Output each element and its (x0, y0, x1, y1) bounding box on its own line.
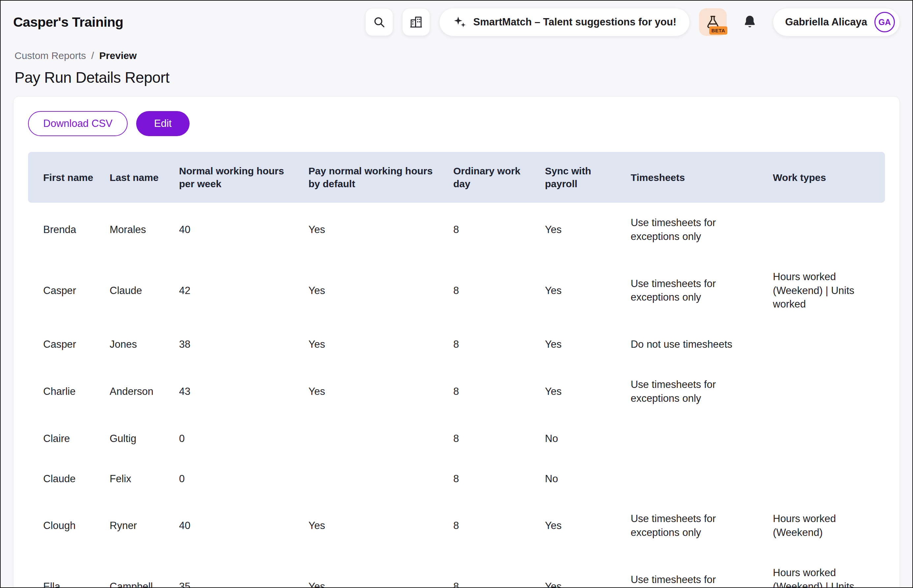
cell-first-name: Charlie (28, 365, 102, 418)
smartmatch-label: SmartMatch – Talent suggestions for you! (473, 16, 676, 28)
cell-normal-hours: 35 (171, 553, 301, 588)
report-toolbar: Download CSV Edit (28, 111, 885, 136)
table-row: CasperJones38Yes8YesDo not use timesheet… (28, 324, 885, 365)
cell-normal-hours: 40 (171, 499, 301, 553)
cell-timesheets (623, 459, 765, 499)
cell-ordinary-day: 8 (446, 257, 537, 325)
beta-badge: BETA (709, 26, 728, 35)
download-csv-button[interactable]: Download CSV (28, 111, 128, 136)
table-row: ClaireGultig08No (28, 418, 885, 459)
cell-work-types: Hours worked (Weekend) (765, 499, 885, 553)
report-table: First nameLast nameNormal working hours … (28, 152, 885, 588)
cell-first-name: Casper (28, 257, 102, 325)
cell-pay-default: Yes (301, 324, 445, 365)
column-header: Timesheets (623, 152, 765, 203)
cell-timesheets: Use timesheets for exceptions only (623, 257, 765, 325)
cell-ordinary-day: 8 (446, 418, 537, 459)
organisation-button[interactable] (402, 8, 430, 36)
cell-timesheets: Use timesheets for exceptions only (623, 365, 765, 418)
cell-work-types: Hours worked (Weekend) | Units worked (765, 553, 885, 588)
app-title: Casper's Training (13, 15, 123, 30)
page-title: Pay Run Details Report (1, 61, 912, 86)
cell-first-name: Clough (28, 499, 102, 553)
column-header: Work types (765, 152, 885, 203)
breadcrumb-custom-reports[interactable]: Custom Reports (15, 50, 86, 61)
cell-sync-payroll: Yes (537, 324, 623, 365)
cell-sync-payroll: No (537, 418, 623, 459)
breadcrumb-separator: / (91, 50, 94, 61)
cell-ordinary-day: 8 (446, 324, 537, 365)
cell-work-types: Hours worked (Weekend) | Units worked (765, 257, 885, 325)
cell-last-name: Jones (102, 324, 171, 365)
cell-last-name: Gultig (102, 418, 171, 459)
table-row: CloughRyner40Yes8YesUse timesheets for e… (28, 499, 885, 553)
cell-sync-payroll: Yes (537, 553, 623, 588)
cell-sync-payroll: Yes (537, 257, 623, 325)
column-header: First name (28, 152, 102, 203)
cell-last-name: Anderson (102, 365, 171, 418)
cell-work-types (765, 418, 885, 459)
cell-pay-default: Yes (301, 203, 445, 257)
cell-first-name: Ella (28, 553, 102, 588)
breadcrumb-preview: Preview (99, 50, 136, 61)
cell-first-name: Casper (28, 324, 102, 365)
bell-icon (742, 15, 757, 30)
labs-button[interactable]: BETA (699, 8, 727, 36)
report-card: Download CSV Edit First nameLast nameNor… (13, 96, 900, 588)
table-row: CasperClaude42Yes8YesUse timesheets for … (28, 257, 885, 325)
screen: Casper's Training (0, 0, 913, 588)
cell-sync-payroll: Yes (537, 499, 623, 553)
table-row: ClaudeFelix08No (28, 459, 885, 499)
avatar: GA (874, 12, 895, 32)
cell-first-name: Claude (28, 459, 102, 499)
cell-normal-hours: 0 (171, 459, 301, 499)
sparkles-icon (453, 15, 467, 29)
cell-normal-hours: 0 (171, 418, 301, 459)
column-header: Ordinary work day (446, 152, 537, 203)
cell-ordinary-day: 8 (446, 203, 537, 257)
cell-timesheets: Use timesheets for exceptions only (623, 499, 765, 553)
user-name: Gabriella Alicaya (785, 16, 867, 28)
cell-timesheets: Do not use timesheets (623, 324, 765, 365)
user-menu-button[interactable]: Gabriella Alicaya GA (773, 8, 900, 36)
cell-ordinary-day: 8 (446, 499, 537, 553)
cell-timesheets: Use timesheets for exceptions only (623, 203, 765, 257)
cell-work-types (765, 365, 885, 418)
cell-pay-default: Yes (301, 499, 445, 553)
cell-last-name: Claude (102, 257, 171, 325)
cell-timesheets: Use timesheets for exceptions only (623, 553, 765, 588)
cell-pay-default (301, 459, 445, 499)
cell-sync-payroll: Yes (537, 203, 623, 257)
table-row: EllaCampbell35Yes8YesUse timesheets for … (28, 553, 885, 588)
cell-pay-default: Yes (301, 257, 445, 325)
column-header: Sync with payroll (537, 152, 623, 203)
search-button[interactable] (365, 8, 393, 36)
cell-work-types (765, 459, 885, 499)
cell-timesheets (623, 418, 765, 459)
table-header-row: First nameLast nameNormal working hours … (28, 152, 885, 203)
cell-pay-default: Yes (301, 365, 445, 418)
cell-normal-hours: 42 (171, 257, 301, 325)
notifications-button[interactable] (736, 8, 764, 36)
buildings-icon (409, 16, 423, 29)
cell-pay-default (301, 418, 445, 459)
cell-sync-payroll: No (537, 459, 623, 499)
cell-normal-hours: 38 (171, 324, 301, 365)
smartmatch-button[interactable]: SmartMatch – Talent suggestions for you! (439, 8, 690, 36)
cell-first-name: Claire (28, 418, 102, 459)
edit-button[interactable]: Edit (136, 111, 189, 136)
column-header: Last name (102, 152, 171, 203)
table-row: BrendaMorales40Yes8YesUse timesheets for… (28, 203, 885, 257)
cell-work-types (765, 203, 885, 257)
cell-work-types (765, 324, 885, 365)
cell-last-name: Campbell (102, 553, 171, 588)
cell-ordinary-day: 8 (446, 459, 537, 499)
cell-ordinary-day: 8 (446, 365, 537, 418)
breadcrumb: Custom Reports / Preview (1, 42, 912, 61)
cell-first-name: Brenda (28, 203, 102, 257)
cell-normal-hours: 40 (171, 203, 301, 257)
cell-sync-payroll: Yes (537, 365, 623, 418)
report-table-body: BrendaMorales40Yes8YesUse timesheets for… (28, 203, 885, 588)
cell-last-name: Morales (102, 203, 171, 257)
cell-normal-hours: 43 (171, 365, 301, 418)
